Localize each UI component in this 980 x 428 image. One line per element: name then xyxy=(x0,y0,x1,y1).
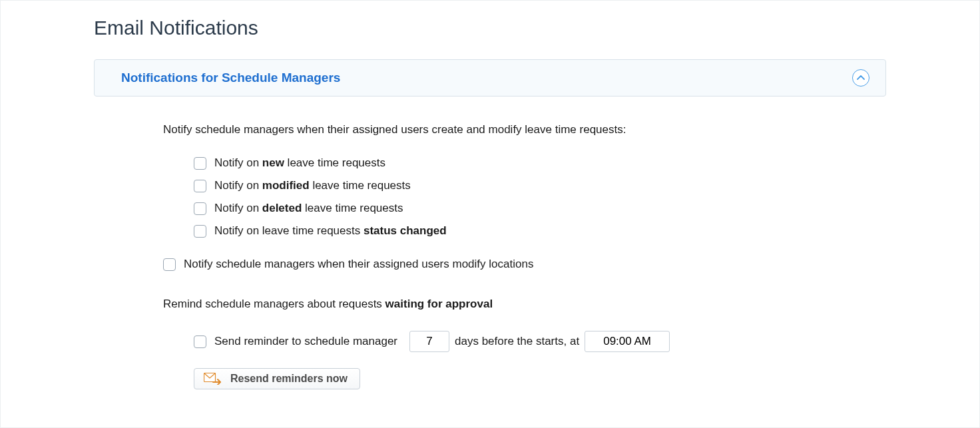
resend-reminders-button[interactable]: Resend reminders now xyxy=(194,368,360,389)
accordion-body: Notify schedule managers when their assi… xyxy=(94,97,886,389)
checkbox-notify-new[interactable] xyxy=(194,157,206,170)
chevron-up-icon xyxy=(852,69,869,87)
input-reminder-time[interactable] xyxy=(585,331,670,352)
label-notify-new: Notify on new leave time requests xyxy=(214,156,385,170)
intro-leave-requests: Notify schedule managers when their assi… xyxy=(163,123,886,136)
checkbox-notify-locations[interactable] xyxy=(163,258,176,271)
option-notify-status-changed: Notify on leave time requests status cha… xyxy=(194,224,886,238)
checkbox-notify-status-changed[interactable] xyxy=(194,225,206,238)
option-notify-new: Notify on new leave time requests xyxy=(194,156,886,170)
label-send-reminder-mid: days before the starts, at xyxy=(455,335,579,348)
option-notify-locations: Notify schedule managers when their assi… xyxy=(163,258,886,271)
label-send-reminder-before: Send reminder to schedule manager xyxy=(214,335,397,348)
checkbox-notify-deleted[interactable] xyxy=(194,202,206,215)
label-notify-locations: Notify schedule managers when their assi… xyxy=(184,258,533,271)
option-send-reminder: Send reminder to schedule manager days b… xyxy=(163,331,886,352)
mail-arrow-icon xyxy=(204,373,222,385)
label-notify-status-changed: Notify on leave time requests status cha… xyxy=(214,224,447,238)
option-notify-modified: Notify on modified leave time requests xyxy=(194,179,886,192)
input-reminder-days[interactable] xyxy=(409,331,449,352)
resend-reminders-label: Resend reminders now xyxy=(230,373,348,385)
checkbox-notify-modified[interactable] xyxy=(194,180,206,192)
page-title: Email Notifications xyxy=(94,17,886,39)
option-notify-deleted: Notify on deleted leave time requests xyxy=(194,202,886,215)
label-notify-modified: Notify on modified leave time requests xyxy=(214,179,411,192)
accordion-title: Notifications for Schedule Managers xyxy=(121,71,340,85)
intro-remind-approval: Remind schedule managers about requests … xyxy=(163,298,886,311)
accordion-header-schedule-managers[interactable]: Notifications for Schedule Managers xyxy=(94,59,886,97)
checkbox-send-reminder[interactable] xyxy=(194,335,206,348)
label-notify-deleted: Notify on deleted leave time requests xyxy=(214,202,403,215)
